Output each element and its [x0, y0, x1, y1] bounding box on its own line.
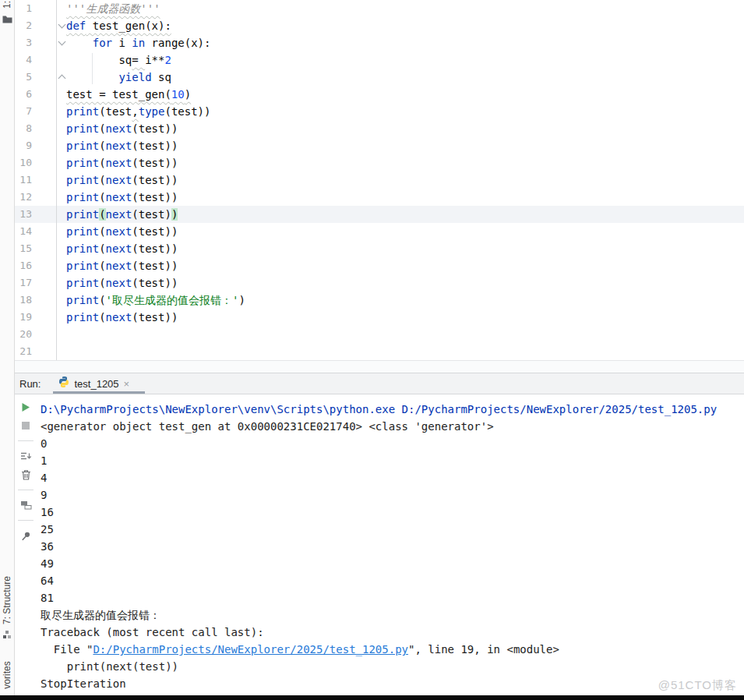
code-token: (test))	[132, 191, 178, 203]
fold-column	[57, 171, 66, 189]
fold-column	[57, 34, 66, 51]
console-token: 16	[41, 506, 54, 518]
code-token: (test))	[132, 311, 178, 323]
folder-icon[interactable]	[2, 12, 12, 27]
console-token: StopIteration	[41, 677, 126, 690]
console-token: <generator object test_gen at 0x00000231…	[41, 420, 494, 433]
code-token: '取尽生成器的值会报错：'	[106, 294, 239, 306]
code-token: print	[66, 311, 99, 323]
code-token: print	[66, 208, 99, 221]
line-number: 5	[14, 69, 57, 86]
console-line: 0	[41, 435, 744, 452]
code-editor[interactable]: 1'''生成器函数'''2def test_gen(x):3 for i in …	[14, 0, 744, 360]
code-text: def test_gen(x):	[66, 17, 171, 34]
project-toolwindow-button[interactable]: 1:	[2, 1, 12, 9]
code-text: for i in range(x):	[66, 34, 210, 51]
code-token: print	[66, 242, 99, 255]
code-token: (test))	[132, 225, 178, 238]
code-line: 2def test_gen(x):	[14, 17, 744, 34]
code-token: in	[132, 37, 145, 49]
code-line: 7print(test,type(test))	[14, 103, 744, 120]
console-token: ", line 19, in <module>	[408, 643, 559, 656]
fold-open-icon[interactable]	[58, 38, 65, 46]
code-line: 15print(next(test))	[14, 240, 744, 257]
fold-column	[57, 51, 66, 69]
code-token: (	[99, 225, 105, 238]
console-line: 1	[41, 452, 744, 469]
code-token: (test))	[164, 105, 210, 118]
structure-toolwindow-button[interactable]: 7: Structure	[2, 576, 12, 624]
editor-lines: 1'''生成器函数'''2def test_gen(x):3 for i in …	[14, 0, 744, 360]
code-token: next	[106, 174, 132, 186]
code-token: (test)	[132, 208, 171, 221]
code-token: for	[93, 37, 112, 49]
python-icon	[58, 377, 69, 391]
traceback-file-link[interactable]: D:/PycharmProjects/NewExplorer/2025/test…	[93, 643, 408, 656]
code-token: print	[66, 294, 99, 306]
editor-horizontal-scrollbar[interactable]	[14, 360, 744, 373]
code-token: print	[66, 225, 99, 238]
line-number: 21	[14, 343, 57, 360]
console-line: 25	[41, 521, 744, 538]
code-token: (	[99, 191, 105, 203]
fold-column	[57, 274, 66, 292]
code-text: print(next(test))	[66, 189, 178, 206]
run-console: D:\PycharmProjects\NewExplorer\venv\Scri…	[14, 394, 744, 696]
code-text: print(next(test))	[66, 257, 178, 274]
fold-column	[57, 240, 66, 257]
fold-end-icon[interactable]	[58, 75, 65, 83]
code-token: def	[66, 19, 86, 32]
code-token: (	[99, 311, 105, 323]
console-line: File "D:/PycharmProjects/NewExplorer/202…	[41, 641, 744, 658]
console-line: 4	[41, 469, 744, 486]
code-text: print(next(test))	[66, 154, 178, 171]
console-token: 36	[41, 540, 54, 553]
console-token: 81	[41, 592, 54, 604]
bottom-black-bar	[0, 695, 744, 700]
code-token: (test))	[132, 174, 178, 186]
line-number: 19	[14, 309, 57, 326]
code-token: 10	[171, 88, 185, 101]
line-number: 7	[14, 103, 57, 120]
line-number: 12	[14, 189, 57, 206]
fold-column	[57, 154, 66, 171]
code-line: 16print(next(test))	[14, 257, 744, 274]
console-token: 4	[41, 472, 47, 484]
fold-column	[57, 103, 66, 120]
structure-icon[interactable]	[2, 628, 12, 642]
console-line: 取尽生成器的值会报错：	[41, 606, 744, 624]
close-icon[interactable]: ×	[124, 378, 130, 390]
fold-column	[57, 137, 66, 154]
code-token: (test))	[132, 157, 178, 169]
fold-column	[57, 69, 66, 86]
fold-open-icon[interactable]	[58, 21, 65, 29]
fold-column	[57, 343, 66, 360]
console-line: 64	[41, 572, 744, 589]
console-line: print(next(test))	[41, 658, 744, 675]
code-text: print(next(test))	[66, 206, 178, 223]
favorites-toolwindow-button[interactable]: vorites	[2, 661, 12, 688]
code-token: print	[66, 277, 99, 289]
line-number: 1	[14, 0, 57, 17]
indent-guide	[92, 53, 93, 84]
code-token: 2	[164, 54, 171, 66]
code-text: print(next(test))	[66, 240, 178, 257]
code-token: (	[99, 277, 105, 289]
code-line: 19print(next(test))	[14, 309, 744, 326]
code-text: print(test,type(test))	[66, 103, 210, 120]
run-toolwindow-header: Run: test_1205 ×	[14, 373, 744, 394]
code-line: 9print(next(test))	[14, 137, 744, 154]
code-token: print	[66, 174, 99, 186]
code-token: (test))	[132, 122, 178, 135]
code-line: 20	[14, 326, 744, 343]
fold-column	[57, 292, 66, 309]
code-line: 14print(next(test))	[14, 223, 744, 240]
fold-column	[57, 0, 66, 17]
code-text: print(next(test))	[66, 309, 178, 326]
code-text: yield sq	[66, 69, 171, 86]
code-token: next	[106, 208, 132, 221]
code-token: (	[99, 157, 105, 169]
active-tab-indicator	[53, 391, 145, 394]
code-token: print	[66, 157, 99, 169]
code-token: range(x):	[145, 37, 210, 49]
